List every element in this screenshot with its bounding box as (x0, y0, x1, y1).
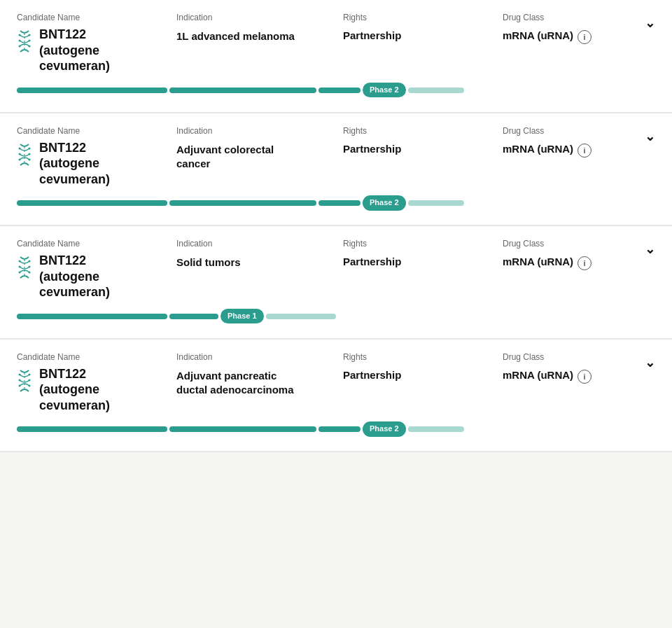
candidate-name: BNT122(autogenecevumeran) (39, 366, 110, 414)
progress-bar: Phase 1 (17, 312, 655, 321)
indication-value: Adjuvant pancreaticductal adenocarcinoma (176, 366, 337, 398)
expand-chevron[interactable]: ⌄ (645, 355, 655, 370)
rights-label: Rights (343, 13, 497, 22)
bar-seg-3 (318, 88, 360, 93)
drug-class-col: Drug Class mRNA (uRNA) i (503, 13, 622, 44)
drug-card: Candidate Name BNT122(autogenecevumeran)… (0, 226, 672, 339)
svg-point-24 (19, 379, 21, 381)
drug-class-label: Drug Class (503, 126, 622, 136)
candidate-info: BNT122(autogenecevumeran) (17, 27, 171, 74)
info-icon[interactable]: i (578, 370, 592, 384)
drug-class-info: mRNA (uRNA) i (503, 253, 622, 270)
svg-point-1 (19, 34, 21, 36)
candidate-label: Candidate Name (17, 352, 171, 362)
svg-point-18 (29, 266, 31, 268)
candidate-info: BNT122(autogenecevumeran) (17, 366, 171, 414)
svg-point-12 (19, 158, 21, 160)
candidate-label: Candidate Name (17, 126, 171, 136)
svg-point-22 (19, 373, 21, 375)
candidate-label: Candidate Name (17, 13, 171, 22)
indication-label: Indication (176, 352, 337, 362)
dna-icon (17, 143, 32, 169)
svg-point-9 (29, 147, 31, 149)
drug-class-info: mRNA (uRNA) i (503, 27, 622, 44)
expand-chevron[interactable]: ⌄ (645, 15, 655, 31)
candidate-col: Candidate Name BNT122(autogenecevumeran) (17, 352, 171, 414)
candidate-label: Candidate Name (17, 239, 171, 249)
candidate-info: BNT122(autogenecevumeran) (17, 140, 171, 188)
drug-class-label: Drug Class (503, 239, 622, 249)
card-header: Candidate Name BNT122(autogenecevumeran)… (17, 352, 655, 414)
svg-point-11 (29, 153, 31, 155)
drug-card: Candidate Name BNT122(autogenecevumeran)… (0, 113, 672, 226)
rights-value: Partnership (343, 366, 497, 381)
rights-col: Rights Partnership (343, 352, 497, 381)
bar-seg-4 (408, 88, 464, 93)
indication-col: Indication Adjuvant colorectalcancer (176, 126, 337, 172)
indication-col: Indication 1L advanced melanoma (176, 13, 337, 43)
progress-bar: Phase 2 (17, 198, 655, 208)
candidate-name: BNT122(autogenecevumeran) (39, 27, 110, 74)
indication-label: Indication (176, 239, 337, 249)
svg-point-25 (29, 379, 31, 381)
info-icon[interactable]: i (578, 256, 592, 270)
info-icon[interactable]: i (578, 30, 592, 44)
indication-value: Adjuvant colorectalcancer (176, 140, 337, 172)
drug-class-label: Drug Class (503, 13, 622, 22)
info-icon[interactable]: i (578, 144, 592, 158)
expand-chevron[interactable]: ⌄ (645, 129, 655, 144)
chevron-col: ⌄ (627, 239, 655, 257)
bar-seg-1 (17, 88, 167, 93)
indication-label: Indication (176, 126, 337, 136)
rights-col: Rights Partnership (343, 239, 497, 267)
drug-class-col: Drug Class mRNA (uRNA) i (503, 126, 622, 158)
drug-class-label: Drug Class (503, 352, 622, 362)
drug-card: Candidate Name BNT122(autogenecevumeran)… (0, 0, 672, 113)
candidate-info: BNT122(autogenecevumeran) (17, 253, 171, 300)
svg-point-27 (29, 384, 31, 386)
progress-bar: Phase 2 (17, 85, 655, 95)
drug-class-value: mRNA (uRNA) (503, 256, 573, 267)
candidate-col: Candidate Name BNT122(autogenecevumeran) (17, 239, 171, 300)
candidate-col: Candidate Name BNT122(autogenecevumeran) (17, 126, 171, 188)
rights-value: Partnership (343, 253, 497, 267)
svg-point-5 (19, 46, 21, 48)
bar-seg-2 (169, 314, 218, 319)
svg-point-8 (19, 147, 21, 149)
svg-point-4 (29, 40, 31, 42)
svg-point-20 (29, 272, 31, 274)
candidate-name: BNT122(autogenecevumeran) (39, 140, 110, 188)
candidate-col: Candidate Name BNT122(autogenecevumeran) (17, 13, 171, 74)
indication-label: Indication (176, 13, 337, 22)
expand-chevron[interactable]: ⌄ (645, 242, 655, 257)
separator (0, 452, 672, 452)
svg-point-2 (29, 34, 31, 36)
drug-class-info: mRNA (uRNA) i (503, 140, 622, 158)
chevron-col: ⌄ (627, 126, 655, 144)
svg-point-10 (19, 153, 21, 155)
rights-value: Partnership (343, 140, 497, 155)
card-header: Candidate Name BNT122(autogenecevumeran)… (17, 239, 655, 300)
svg-point-19 (19, 272, 21, 274)
svg-point-15 (19, 260, 21, 263)
bar-seg-1 (17, 314, 167, 319)
drug-class-col: Drug Class mRNA (uRNA) i (503, 352, 622, 384)
svg-point-13 (29, 158, 31, 160)
progress-bar: Phase 2 (17, 424, 655, 434)
indication-col: Indication Adjuvant pancreaticductal ade… (176, 352, 337, 398)
svg-point-16 (29, 260, 31, 263)
card-header: Candidate Name BNT122(autogenecevumeran)… (17, 126, 655, 188)
rights-label: Rights (343, 239, 497, 249)
drug-class-col: Drug Class mRNA (uRNA) i (503, 239, 622, 270)
bar-seg-3 (318, 200, 360, 206)
drug-class-value: mRNA (uRNA) (503, 29, 573, 41)
bar-seg-4 (266, 314, 336, 319)
bar-seg-4 (408, 200, 464, 206)
drug-class-value: mRNA (uRNA) (503, 369, 573, 381)
svg-point-17 (19, 266, 21, 268)
bar-seg-3 (318, 426, 360, 432)
svg-point-6 (29, 46, 31, 48)
drug-card: Candidate Name BNT122(autogenecevumeran)… (0, 340, 672, 452)
bar-seg-4 (408, 426, 464, 432)
rights-col: Rights Partnership (343, 126, 497, 155)
